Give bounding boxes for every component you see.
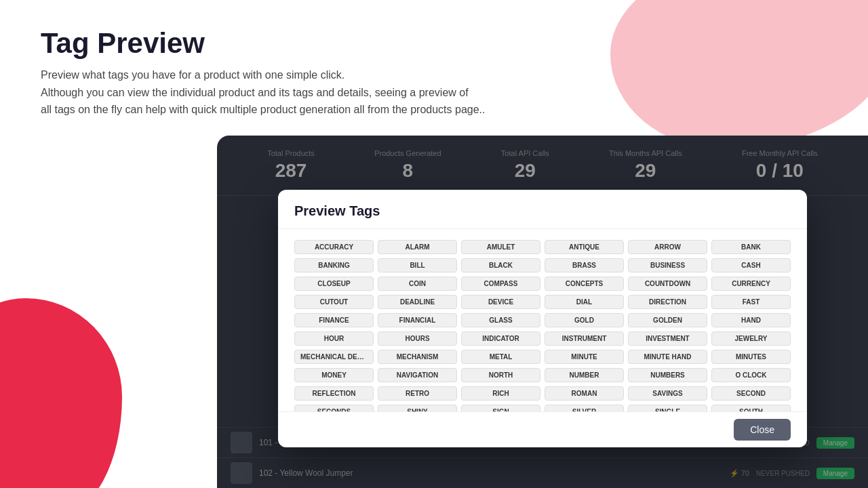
modal-footer: Close [278, 411, 807, 447]
tag-badge: MINUTE HAND [628, 350, 707, 364]
tag-badge: SECOND [711, 386, 791, 401]
tag-badge: DEADLINE [378, 295, 457, 309]
tag-badge: CONCEPTS [545, 277, 624, 291]
modal-title: Preview Tags [294, 203, 791, 219]
tag-badge: RICH [461, 386, 540, 401]
tag-badge: SOUTH [711, 405, 791, 411]
tag-badge: REFLECTION [294, 386, 374, 401]
tag-badge: FAST [711, 295, 791, 309]
tag-badge: HAND [711, 313, 791, 327]
tag-badge: GOLD [545, 313, 624, 327]
modal-header: Preview Tags [278, 190, 807, 229]
tag-badge: COIN [378, 277, 457, 291]
tag-badge: HOURS [378, 331, 457, 346]
tag-badge: ROMAN [545, 386, 624, 401]
tag-badge: INSTRUMENT [545, 331, 624, 346]
decorative-blob-red [0, 298, 122, 488]
tag-badge: INVESTMENT [628, 331, 707, 346]
page-title: Tag Preview [41, 27, 827, 60]
tags-grid: ACCURACYALARMAMULETANTIQUEARROWBANKBANKI… [294, 240, 791, 411]
tag-badge: GLASS [461, 313, 540, 327]
tag-badge: ALARM [378, 240, 457, 254]
tag-badge: SECONDS [294, 405, 374, 411]
dashboard-card: Total Products 287 Products Generated 8 … [217, 136, 868, 488]
modal-body: ACCURACYALARMAMULETANTIQUEARROWBANKBANKI… [278, 229, 807, 411]
tag-badge: MINUTES [711, 350, 791, 364]
tag-badge: BRASS [545, 258, 624, 272]
tag-badge: ACCURACY [294, 240, 374, 254]
close-button[interactable]: Close [734, 419, 791, 441]
page-description: Preview what tags you have for a product… [41, 66, 827, 119]
tag-badge: INDICATOR [461, 331, 540, 346]
tag-badge: BANK [711, 240, 791, 254]
tag-badge: METAL [461, 350, 540, 364]
tag-badge: RETRO [378, 386, 457, 401]
tag-badge: CASH [711, 258, 791, 272]
page-header: Tag Preview Preview what tags you have f… [0, 0, 868, 132]
tag-badge: FINANCE [294, 313, 374, 327]
tag-badge: BLACK [461, 258, 540, 272]
tag-badge: SHINY [378, 405, 457, 411]
tag-badge: COMPASS [461, 277, 540, 291]
tag-badge: JEWELRY [711, 331, 791, 346]
tag-badge: HOUR [294, 331, 374, 346]
tag-badge: NAVIGATION [378, 368, 457, 382]
tag-badge: DEVICE [461, 295, 540, 309]
tag-badge: BANKING [294, 258, 374, 272]
modal-overlay: Preview Tags ACCURACYALARMAMULETANTIQUEA… [217, 136, 868, 488]
tag-badge: ANTIQUE [545, 240, 624, 254]
tag-badge: MONEY [294, 368, 374, 382]
tag-badge: O CLOCK [711, 368, 791, 382]
tag-badge: ARROW [628, 240, 707, 254]
tag-badge: SAVINGS [628, 386, 707, 401]
tag-badge: AMULET [461, 240, 540, 254]
tag-badge: FINANCIAL [378, 313, 457, 327]
tag-badge: CURRENCY [711, 277, 791, 291]
tag-badge: SIGN [461, 405, 540, 411]
tag-badge: NUMBER [545, 368, 624, 382]
tag-badge: DIAL [545, 295, 624, 309]
tag-badge: NUMBERS [628, 368, 707, 382]
tag-badge: MECHANICAL DEVICE [294, 350, 374, 364]
tag-badge: SINGLE [628, 405, 707, 411]
tag-badge: DIRECTION [628, 295, 707, 309]
tag-badge: MECHANISM [378, 350, 457, 364]
tag-badge: GOLDEN [628, 313, 707, 327]
preview-tags-modal: Preview Tags ACCURACYALARMAMULETANTIQUEA… [278, 190, 807, 447]
tag-badge: COUNTDOWN [628, 277, 707, 291]
tag-badge: CUTOUT [294, 295, 374, 309]
tag-badge: SILVER [545, 405, 624, 411]
tag-badge: BUSINESS [628, 258, 707, 272]
tag-badge: BILL [378, 258, 457, 272]
tag-badge: MINUTE [545, 350, 624, 364]
tag-badge: NORTH [461, 368, 540, 382]
tag-badge: CLOSEUP [294, 277, 374, 291]
